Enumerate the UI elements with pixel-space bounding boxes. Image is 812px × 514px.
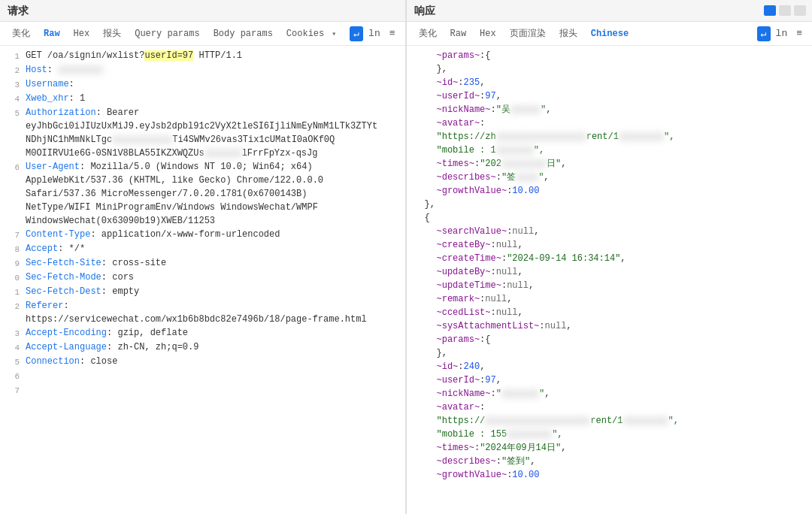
left-toolbar: 美化 Raw Hex 报头 Query params Body params C… (0, 22, 405, 46)
json-line-mobile1: "mobile : 1", (413, 144, 807, 157)
json-line-params2-close: }, (413, 346, 807, 360)
ln-icon-right[interactable]: ln (772, 26, 792, 41)
json-line-describes1: ~describes~:"签", (413, 171, 807, 184)
json-line-params2: ~params~:{ (413, 333, 807, 346)
left-content: 1 GET /oa/signin/wxlist?userId=97 HTTP/1… (0, 46, 405, 514)
json-line-updateby: ~updateBy~:null, (413, 265, 807, 279)
json-line-describes2: ~describes~:"签到", (413, 455, 807, 468)
tab-raw-left[interactable]: Raw (38, 26, 66, 41)
tab-hex-right[interactable]: Hex (474, 26, 502, 41)
json-line-id235: ~id~:235, (413, 76, 807, 89)
right-content: ~params~:{ }, ~id~:235, ~userId~:97, ~ni… (407, 46, 813, 514)
tab-headers-left[interactable]: 报头 (97, 25, 127, 42)
tab-hex-left[interactable]: Hex (68, 26, 96, 41)
json-line-params1-close: }, (413, 62, 807, 76)
right-panel-title: 响应 (407, 0, 443, 21)
json-line-times2: ~times~:"2024年09月14日", (413, 441, 807, 455)
wrap-icon-right[interactable]: ↵ (757, 26, 771, 41)
request-line-9: 9 Sec-Fetch-Site: cross-site (6, 256, 399, 271)
request-line-13: 3 Accept-Encoding: gzip, deflate (6, 326, 399, 340)
json-line-avatar1-val: "https://zhrent/1", (413, 130, 807, 144)
json-line-avatar1: ~avatar~: (413, 116, 807, 130)
request-line-5: 5 Authorization: Bearer eyJhbGci0iJIUzUx… (6, 106, 399, 160)
tab-headers-right[interactable]: 报头 (553, 25, 583, 42)
request-line-7: 7 Content-Type: application/x-www-form-u… (6, 228, 399, 242)
request-line-6: 6 User-Agent: Mozilla/5.0 (Windows NT 10… (6, 160, 399, 228)
tab-body-params[interactable]: Body params (208, 26, 279, 41)
json-line-params1: ~params~:{ (413, 49, 807, 62)
grid-icon-right (764, 5, 776, 16)
json-line-ccedlist: ~ccedList~:null, (413, 306, 807, 319)
left-panel: 请求 美化 Raw Hex 报头 Query params Body param… (0, 0, 406, 514)
json-line-growth2: ~growthValue~:10.00 (413, 468, 807, 482)
right-toolbar: 美化 Raw Hex 页面渲染 报头 Chinese ↵ ln ≡ (407, 22, 813, 46)
tab-raw-right[interactable]: Raw (444, 26, 473, 41)
json-line-id240: ~id~:240, (413, 360, 807, 373)
tab-cookies[interactable]: Cookies (280, 26, 330, 41)
json-line-obj1-close: }, (413, 198, 807, 211)
json-line-nickname2: ~nickName~:"", (413, 387, 807, 401)
ln-icon-left[interactable]: ln (365, 26, 384, 41)
request-line-17: 7 (6, 383, 399, 398)
json-line-avatar2: ~avatar~: (413, 401, 807, 414)
full-icon-right (794, 5, 806, 16)
json-line-userid97-2: ~userId~:97, (413, 373, 807, 387)
json-line-nickname1: ~nickName~:"吴", (413, 103, 807, 116)
right-panel: 响应 美化 Raw Hex 页面渲染 报头 Chinese ↵ ln ≡ ~pa… (407, 0, 813, 514)
json-line-createtime: ~createTime~:"2024-09-14 16:34:14", (413, 252, 807, 265)
json-line-userid97-1: ~userId~:97, (413, 89, 807, 103)
request-line-15: 5 Connection: close (6, 355, 399, 369)
json-line-remark: ~remark~:null, (413, 292, 807, 306)
json-line-createby: ~createBy~:null, (413, 238, 807, 252)
json-line-obj2-open: { (413, 211, 807, 225)
json-line-searchvalue: ~searchValue~:null, (413, 225, 807, 238)
tab-beautify-left[interactable]: 美化 (6, 25, 36, 42)
menu-icon-right[interactable]: ≡ (792, 26, 806, 41)
request-line-12: 2 Referer: https://servicewechat.com/wx1… (6, 299, 399, 326)
request-line-11: 1 Sec-Fetch-Dest: empty (6, 285, 399, 299)
tab-chinese[interactable]: Chinese (585, 26, 635, 41)
json-line-growth1: ~growthValue~:10.00 (413, 184, 807, 198)
request-line-8: 8 Accept: */* (6, 242, 399, 256)
request-line-14: 4 Accept-Language: zh-CN, zh;q=0.9 (6, 340, 399, 355)
request-line-3: 3 Username: (6, 77, 399, 92)
wrap-icon-left[interactable]: ↵ (350, 26, 363, 41)
split-icon-right (779, 5, 791, 16)
request-line-16: 6 (6, 369, 399, 383)
tab-page-render[interactable]: 页面渲染 (504, 25, 552, 42)
tab-beautify-right[interactable]: 美化 (413, 25, 443, 42)
request-line-10: 0 Sec-Fetch-Mode: cors (6, 271, 399, 285)
json-line-sysattachment: ~sysAttachmentList~:null, (413, 319, 807, 333)
tab-query-params[interactable]: Query params (129, 26, 205, 41)
request-line-1: 1 GET /oa/signin/wxlist?userId=97 HTTP/1… (6, 49, 399, 63)
json-line-updatetime: ~updateTime~:null, (413, 279, 807, 292)
menu-icon-left[interactable]: ≡ (386, 26, 399, 41)
json-line-mobile2: "mobile : 155", (413, 428, 807, 441)
left-panel-title: 请求 (0, 0, 405, 22)
toolbar-dropdown-left[interactable]: ▾ (332, 29, 336, 38)
request-line-2: 2 Host: (6, 63, 399, 77)
json-line-avatar2-val: "https://rent/1", (413, 414, 807, 428)
request-line-4: 4 Xweb_xhr: 1 (6, 92, 399, 106)
json-line-times1: ~times~:"202日", (413, 157, 807, 171)
